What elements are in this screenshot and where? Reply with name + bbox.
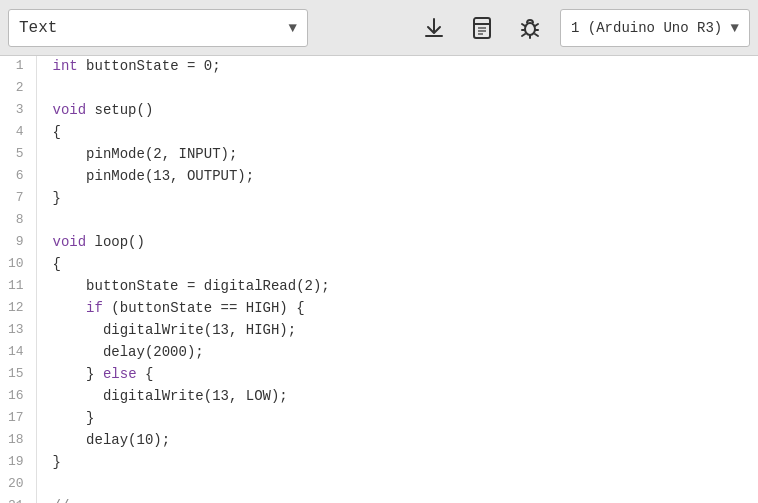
table-row: 15 } else { [0, 364, 758, 386]
code-line: digitalWrite(13, HIGH); [36, 320, 758, 342]
line-number: 9 [0, 232, 36, 254]
line-number: 6 [0, 166, 36, 188]
line-number: 12 [0, 298, 36, 320]
board-dropdown[interactable]: 1 (Arduino Uno R3) ▼ [560, 9, 750, 47]
line-number: 14 [0, 342, 36, 364]
table-row: 12 if (buttonState == HIGH) { [0, 298, 758, 320]
text-dropdown-label: Text [19, 19, 57, 37]
table-row: 8 [0, 210, 758, 232]
line-number: 17 [0, 408, 36, 430]
svg-line-7 [535, 24, 538, 26]
table-row: 17 } [0, 408, 758, 430]
line-number: 13 [0, 320, 36, 342]
table-row: 4{ [0, 122, 758, 144]
line-number: 5 [0, 144, 36, 166]
table-row: 20 [0, 474, 758, 496]
svg-line-6 [522, 24, 525, 26]
line-number: 20 [0, 474, 36, 496]
board-dropdown-label: 1 (Arduino Uno R3) [571, 20, 722, 36]
debug-button[interactable] [508, 6, 552, 50]
code-line [36, 78, 758, 100]
code-line: digitalWrite(13, LOW); [36, 386, 758, 408]
table-row: 3void setup() [0, 100, 758, 122]
table-row: 18 delay(10); [0, 430, 758, 452]
code-line: } [36, 408, 758, 430]
table-row: 11 buttonState = digitalRead(2); [0, 276, 758, 298]
code-table: 1int buttonState = 0;2 3void setup()4{5 … [0, 56, 758, 503]
table-row: 7} [0, 188, 758, 210]
code-editor[interactable]: 1int buttonState = 0;2 3void setup()4{5 … [0, 56, 758, 503]
download-button[interactable] [412, 6, 456, 50]
code-line: delay(10); [36, 430, 758, 452]
line-number: 11 [0, 276, 36, 298]
debug-icon [518, 16, 542, 40]
download-icon [422, 16, 446, 40]
svg-line-11 [535, 34, 538, 36]
table-row: 14 delay(2000); [0, 342, 758, 364]
table-row: 16 digitalWrite(13, LOW); [0, 386, 758, 408]
svg-point-5 [525, 23, 535, 35]
code-line: void loop() [36, 232, 758, 254]
table-row: 5 pinMode(2, INPUT); [0, 144, 758, 166]
code-line: } [36, 188, 758, 210]
line-number: 4 [0, 122, 36, 144]
serial-monitor-button[interactable] [460, 6, 504, 50]
line-number: 1 [0, 56, 36, 78]
code-line: buttonState = digitalRead(2); [36, 276, 758, 298]
toolbar-icons [412, 6, 552, 50]
code-line: delay(2000); [36, 342, 758, 364]
code-line: void setup() [36, 100, 758, 122]
line-number: 8 [0, 210, 36, 232]
line-number: 18 [0, 430, 36, 452]
code-line: { [36, 122, 758, 144]
table-row: 2 [0, 78, 758, 100]
code-line [36, 474, 758, 496]
serial-monitor-icon [470, 16, 494, 40]
line-number: 19 [0, 452, 36, 474]
code-line: pinMode(2, INPUT); [36, 144, 758, 166]
code-line: { [36, 254, 758, 276]
line-number: 21 [0, 496, 36, 503]
code-line: // [36, 496, 758, 503]
table-row: 1int buttonState = 0; [0, 56, 758, 78]
code-line: if (buttonState == HIGH) { [36, 298, 758, 320]
table-row: 21// [0, 496, 758, 503]
board-dropdown-chevron: ▼ [731, 20, 739, 36]
table-row: 6 pinMode(13, OUTPUT); [0, 166, 758, 188]
line-number: 3 [0, 100, 36, 122]
line-number: 2 [0, 78, 36, 100]
code-line: } else { [36, 364, 758, 386]
text-dropdown-chevron: ▼ [289, 20, 297, 36]
table-row: 10{ [0, 254, 758, 276]
table-row: 19} [0, 452, 758, 474]
line-number: 16 [0, 386, 36, 408]
svg-line-10 [522, 34, 525, 36]
text-dropdown[interactable]: Text ▼ [8, 9, 308, 47]
table-row: 9void loop() [0, 232, 758, 254]
toolbar: Text ▼ [0, 0, 758, 56]
code-line: } [36, 452, 758, 474]
code-line: pinMode(13, OUTPUT); [36, 166, 758, 188]
table-row: 13 digitalWrite(13, HIGH); [0, 320, 758, 342]
code-line [36, 210, 758, 232]
line-number: 7 [0, 188, 36, 210]
line-number: 10 [0, 254, 36, 276]
code-line: int buttonState = 0; [36, 56, 758, 78]
line-number: 15 [0, 364, 36, 386]
